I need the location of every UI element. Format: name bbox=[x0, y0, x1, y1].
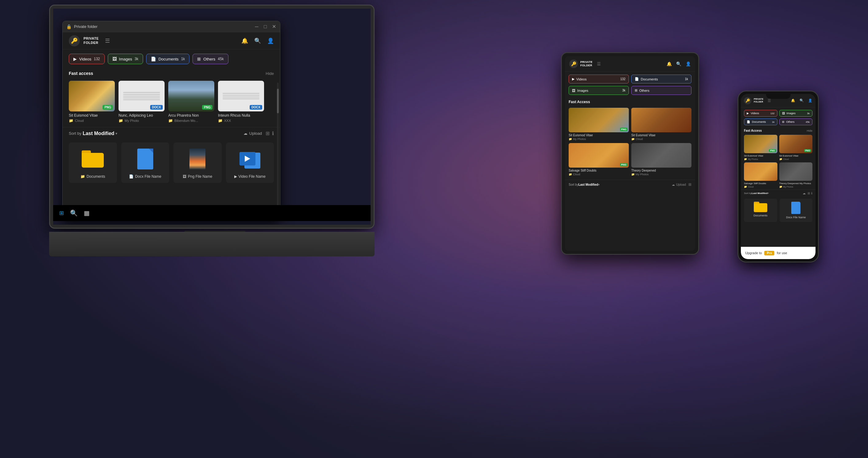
png-shape bbox=[189, 149, 206, 169]
tablet-tab-videos[interactable]: ▶ Videos 132 bbox=[569, 75, 629, 84]
scrollbar-thumb[interactable] bbox=[277, 89, 279, 113]
tablet-tab-others[interactable]: ⊞ Others bbox=[631, 86, 691, 95]
file-item-png[interactable]: 🖼 Png File Name bbox=[174, 142, 222, 183]
phone-fa-thumb-1: PNG bbox=[779, 135, 813, 153]
sort-chevron-icon[interactable]: ▾ bbox=[116, 131, 117, 136]
folder-icon-3: 📁 bbox=[218, 119, 223, 123]
bell-icon[interactable]: 🔔 bbox=[241, 37, 248, 44]
phone-fa-item-3[interactable]: Theory Deepened My Photos 📁 My Photos bbox=[779, 162, 813, 188]
phone-tab-videos[interactable]: ▶ Videos 132 bbox=[744, 110, 777, 117]
tablet-sort-value[interactable]: Last Modified bbox=[579, 183, 598, 186]
maximize-button[interactable]: □ bbox=[263, 24, 268, 29]
taskbar-apps-icon[interactable]: ▦ bbox=[84, 209, 90, 217]
fast-access-item-1[interactable]: DOCX Nunc, Adipiscing Leo 📁 My Photo bbox=[119, 81, 164, 123]
tablet-tab-images[interactable]: 🖼 Images 3k bbox=[569, 86, 629, 95]
tab-videos[interactable]: ▶ Videos 132 bbox=[69, 54, 105, 64]
upgrade-pro-button[interactable]: Pro bbox=[764, 251, 774, 255]
tab-documents[interactable]: 📄 Documents 1k bbox=[146, 54, 189, 64]
phone-sort-chevron-icon[interactable]: ▾ bbox=[768, 192, 769, 195]
phone-info-icon[interactable]: ℹ bbox=[811, 192, 812, 195]
fa-name-3: Inteum Rhcus Nulla bbox=[218, 113, 264, 118]
folder-icon-2: 📁 bbox=[168, 119, 173, 123]
minimize-button[interactable]: ─ bbox=[254, 24, 259, 29]
phone-fa-item-2[interactable]: Salvage Stiff Doubts 📁 Cloud bbox=[744, 162, 777, 188]
info-icon[interactable]: ℹ bbox=[272, 130, 274, 136]
phone-hide-button[interactable]: Hide bbox=[807, 129, 812, 132]
tablet-fa-folder-3: 📁 My Photos bbox=[631, 173, 691, 176]
fast-access-item-2[interactable]: PNG Arcu Pharetra Non 📁 Bibendum Mo... bbox=[168, 81, 214, 123]
hide-button[interactable]: Hide bbox=[266, 71, 274, 76]
tablet-images-icon: 🖼 bbox=[572, 89, 576, 92]
phone-tab-documents[interactable]: 📄 Documents 1k bbox=[744, 119, 777, 125]
phone-screen: 🔑 PRIVATE FOLDER ☰ 🔔 🔍 👤 ▶ Videos bbox=[741, 94, 815, 259]
taskbar-search-icon[interactable]: 🔍 bbox=[70, 209, 78, 217]
fa-thumb-2: PNG bbox=[168, 81, 214, 111]
tab-others[interactable]: ⊞ Others 45k bbox=[192, 54, 228, 64]
file-item-video[interactable]: ▶ Video File Name bbox=[226, 142, 274, 183]
close-button[interactable]: ✕ bbox=[272, 24, 276, 29]
phone-others-count: 45k bbox=[806, 121, 810, 123]
folder-icon-container bbox=[81, 147, 105, 171]
laptop-taskbar: ⊞ 🔍 ▦ bbox=[53, 205, 371, 221]
tablet-sort-chevron-icon[interactable]: ▾ bbox=[598, 183, 600, 186]
phone-fa-item-1[interactable]: PNG Sit Euismod Vitae 📁 Cloud bbox=[779, 135, 813, 161]
fast-access-item-3[interactable]: DOCX Inteum Rhcus Nulla 📁 XXX bbox=[218, 81, 264, 123]
windows-button[interactable]: ⊞ bbox=[59, 210, 64, 217]
profile-icon[interactable]: 👤 bbox=[267, 37, 274, 44]
phone-sort-value[interactable]: Last Modified bbox=[752, 192, 768, 195]
phone-file-item-docx[interactable]: Docx File Name bbox=[780, 199, 813, 222]
file-type-icon-folder: 📁 bbox=[81, 174, 85, 179]
phone-docx-shape bbox=[791, 202, 801, 214]
view-toggle: ⊞ ℹ bbox=[266, 130, 274, 136]
tablet-tab-documents[interactable]: 📄 Documents 1k bbox=[631, 75, 691, 84]
file-name-folder: 📁 Documents bbox=[81, 174, 105, 179]
tablet-upload-button[interactable]: ☁ Upload bbox=[672, 183, 686, 186]
file-item-docx[interactable]: 📄 Docx File Name bbox=[121, 142, 169, 183]
tablet-grid-view-icon[interactable]: ⊞ bbox=[688, 182, 691, 187]
search-icon[interactable]: 🔍 bbox=[254, 37, 261, 44]
upload-button[interactable]: ☁ Upload bbox=[244, 131, 262, 136]
tablet-fa-item-0[interactable]: PNG Sit Euismod Vitae 📁 My Photos bbox=[569, 108, 629, 140]
file-name-video: ▶ Video File Name bbox=[234, 174, 266, 179]
phone-tab-others[interactable]: ⊞ Others 45k bbox=[779, 119, 813, 125]
hamburger-menu-icon[interactable]: ☰ bbox=[105, 37, 110, 44]
tablet-documents-icon: 📄 bbox=[634, 77, 639, 81]
phone-hamburger-icon[interactable]: ☰ bbox=[768, 99, 771, 103]
tablet-hamburger-icon[interactable]: ☰ bbox=[597, 61, 601, 66]
phone-profile-icon[interactable]: 👤 bbox=[808, 99, 812, 102]
tablet-fa-item-3[interactable]: Theory Deepened 📁 My Photos bbox=[631, 143, 691, 176]
sort-value[interactable]: Last Modified bbox=[83, 131, 114, 136]
tablet-logo: 🔑 bbox=[569, 60, 578, 68]
tablet-search-icon[interactable]: 🔍 bbox=[676, 61, 681, 66]
folder-icon-0: 📁 bbox=[69, 119, 73, 123]
phone-fa-item-0[interactable]: PNG Sit Euismod Vitae 📁 My Photos bbox=[744, 135, 777, 161]
phone-file-item-folder[interactable]: Documents bbox=[744, 199, 777, 222]
tablet-title-line1: PRIVATE bbox=[580, 61, 593, 64]
tablet-videos-count: 132 bbox=[620, 77, 625, 81]
tablet-fa-name-1: Sit Euismod Vitae bbox=[631, 134, 691, 137]
phone-documents-icon: 📄 bbox=[747, 120, 750, 123]
phone-tab-images[interactable]: 🖼 Images 3k bbox=[779, 110, 813, 117]
tablet-fa-item-2[interactable]: PNG Salvage Stiff Doubts 📁 Cloud bbox=[569, 143, 629, 176]
fast-access-item-0[interactable]: PNG Sit Euismod Vitae 📁 Cloud bbox=[69, 81, 115, 123]
fa-thumb-0: PNG bbox=[69, 81, 115, 111]
tablet-documents-count: 1k bbox=[685, 77, 688, 81]
tablet-fa-item-1[interactable]: Sit Euismod Vitae 📁 Cloud bbox=[631, 108, 691, 140]
tablet-fa-thumb-2: PNG bbox=[569, 143, 629, 168]
file-item-folder[interactable]: 📁 Documents bbox=[69, 142, 117, 183]
phone-bell-icon[interactable]: 🔔 bbox=[791, 99, 795, 102]
fa-name-2: Arcu Pharetra Non bbox=[168, 113, 214, 118]
phone-upload-icon[interactable]: ☁ bbox=[803, 192, 806, 195]
phone-folder-icon-1: 📁 bbox=[779, 158, 782, 161]
tablet-fa-folder-1: 📁 Cloud bbox=[631, 137, 691, 140]
scrollbar-track bbox=[277, 83, 279, 217]
grid-view-icon[interactable]: ⊞ bbox=[266, 130, 270, 136]
tablet-bell-icon[interactable]: 🔔 bbox=[666, 61, 672, 66]
phone-grid-view-icon[interactable]: ⊞ bbox=[807, 192, 810, 195]
fast-access-title: Fast access bbox=[69, 71, 266, 76]
tablet-profile-icon[interactable]: 👤 bbox=[686, 61, 691, 66]
tab-images[interactable]: 🖼 Images 3k bbox=[108, 54, 143, 64]
phone-fa-folder-3: 📁 My Photos bbox=[779, 186, 813, 188]
tablet-folder-icon-0: 📁 bbox=[569, 137, 572, 140]
phone-search-icon[interactable]: 🔍 bbox=[800, 99, 804, 102]
